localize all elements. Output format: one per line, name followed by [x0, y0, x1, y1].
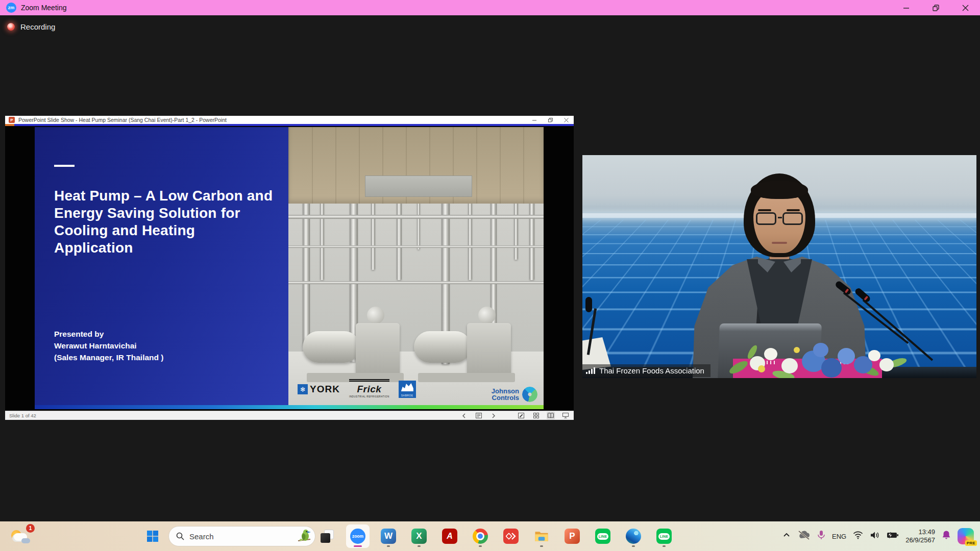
- copilot-preview-button[interactable]: PRE: [958, 528, 974, 544]
- display-settings-icon[interactable]: [561, 412, 570, 419]
- word-icon: W: [381, 529, 396, 544]
- slide-photo-machine-room: ❄ YORK Frick INDUSTRIAL REFRIGERATION SA…: [288, 127, 544, 405]
- file-explorer-icon: [534, 529, 549, 544]
- slide-presenter-name: Werawut Harntavichai: [54, 340, 163, 352]
- recording-indicator[interactable]: Recording: [7, 22, 55, 31]
- line-icon: LINE: [656, 529, 672, 544]
- restore-icon[interactable]: [921, 0, 950, 15]
- notification-count-badge: 1: [26, 524, 35, 533]
- taskbar-app-red-share[interactable]: [499, 524, 523, 548]
- recording-label: Recording: [20, 22, 55, 31]
- search-daily-bird-image: [297, 529, 312, 544]
- chrome-icon: [473, 529, 488, 544]
- participant-name-label: Thai Frozen Foods Association: [582, 364, 710, 377]
- reading-view-icon[interactable]: [547, 412, 555, 419]
- slide-blue-panel: Heat Pump – A Low Carbon and Energy Savi…: [35, 127, 288, 405]
- audio-signal-bars-icon: [586, 367, 595, 374]
- glasses-right-lens: [782, 212, 803, 225]
- taskbar-app-edge[interactable]: [622, 524, 645, 548]
- york-snowflake-icon: ❄: [298, 384, 308, 394]
- search-icon: [176, 532, 184, 540]
- taskbar-app-file-explorer[interactable]: [530, 524, 553, 548]
- search-input[interactable]: [189, 532, 276, 541]
- ppt-minimize-icon[interactable]: [532, 115, 537, 124]
- copilot-pre-badge: PRE: [965, 540, 977, 546]
- powerpoint-window: P PowerPoint Slide Show - Heat Pump Semi…: [5, 116, 574, 420]
- next-slide-icon[interactable]: [489, 412, 498, 419]
- slide-presented-by: Presented by: [54, 328, 163, 340]
- microphone-in-use-icon[interactable]: [817, 530, 825, 542]
- powerpoint-app-icon: P: [9, 117, 15, 123]
- taskbar-app-chrome[interactable]: [469, 524, 492, 548]
- powerpoint-icon: P: [565, 529, 580, 544]
- close-icon[interactable]: [950, 0, 980, 15]
- acrobat-icon: A: [442, 529, 457, 544]
- participant-video-feed[interactable]: Thai Frozen Foods Association: [582, 155, 976, 378]
- glasses-left-lens: [756, 212, 776, 225]
- taskbar-app-powerpoint[interactable]: P: [560, 524, 584, 548]
- taskbar-app-zoom[interactable]: zoom: [346, 524, 370, 548]
- edge-icon: [626, 529, 641, 544]
- recording-dot-icon: [7, 23, 15, 31]
- microphone-left-head-icon: [585, 297, 592, 312]
- task-view-icon: [321, 530, 334, 543]
- system-tray: ENG 13:49: [782, 521, 974, 551]
- ppt-statusbar: Slide 1 of 42: [5, 411, 574, 420]
- tray-overflow-chevron-icon[interactable]: [782, 531, 791, 541]
- see-all-slides-icon[interactable]: [532, 412, 540, 419]
- powerpoint-titlebar: P PowerPoint Slide Show - Heat Pump Semi…: [5, 116, 574, 124]
- zoom-titlebar: zm Zoom Meeting: [0, 0, 980, 15]
- slideshow-menu-icon[interactable]: [475, 412, 483, 419]
- ppt-close-icon[interactable]: [564, 115, 569, 124]
- excel-icon: X: [411, 529, 427, 544]
- tray-date: 26/9/2567: [905, 536, 935, 544]
- wifi-icon[interactable]: [853, 531, 863, 541]
- red-arrows-app-icon: [503, 529, 519, 544]
- minimize-icon[interactable]: [891, 0, 921, 15]
- taskbar-search-box[interactable]: [168, 526, 315, 546]
- language-indicator[interactable]: ENG: [832, 533, 846, 540]
- ppt-restore-icon[interactable]: [548, 115, 553, 124]
- previous-slide-icon[interactable]: [460, 412, 468, 419]
- york-logo: ❄ YORK: [298, 384, 340, 395]
- notification-bell-icon[interactable]: [942, 530, 951, 542]
- zoom-meeting-window: zm Zoom Meeting Recording P PowerPoint S…: [0, 0, 980, 551]
- task-view-button[interactable]: [315, 524, 339, 548]
- taskbar-app-excel[interactable]: X: [407, 524, 431, 548]
- johnson-controls-logo: Johnson Controls: [492, 387, 537, 402]
- slide-accent-dash: [54, 165, 75, 167]
- windows-taskbar: 1: [0, 521, 980, 551]
- volume-icon[interactable]: [870, 531, 880, 541]
- slide: Heat Pump – A Low Carbon and Energy Savi…: [35, 127, 544, 409]
- sabroe-logo: SABROE: [399, 381, 416, 398]
- zoom-icon: zoom: [350, 529, 365, 544]
- zoom-app-icon: zm: [6, 3, 16, 13]
- onedrive-paused-icon[interactable]: [797, 530, 811, 542]
- taskbar-app-word[interactable]: W: [377, 524, 400, 548]
- clock[interactable]: 13:49 26/9/2567: [905, 528, 935, 544]
- annotation-pen-icon[interactable]: [517, 412, 525, 419]
- battery-charging-icon[interactable]: [887, 532, 899, 541]
- slide-title: Heat Pump – A Low Carbon and Energy Savi…: [54, 187, 275, 257]
- slide-presenter-role: (Sales Manager, IR Thailand ): [54, 352, 163, 363]
- sabroe-bear-icon: [401, 383, 413, 393]
- frick-logo: Frick INDUSTRIAL REFRIGERATION: [349, 381, 389, 398]
- weather-widget[interactable]: 1: [10, 526, 34, 547]
- taskbar-app-line[interactable]: LINE: [591, 524, 615, 548]
- powerpoint-window-title: PowerPoint Slide Show - Heat Pump Semina…: [18, 117, 227, 123]
- johnson-controls-swirl-icon: [522, 387, 537, 402]
- line-icon: LINE: [595, 529, 610, 544]
- window-title: Zoom Meeting: [21, 4, 66, 12]
- slide-bottom-gradient-bar: [35, 405, 544, 409]
- taskbar-app-line-2[interactable]: LINE: [652, 524, 676, 548]
- windows-logo-icon: [146, 530, 159, 542]
- tray-time: 13:49: [905, 528, 935, 536]
- slide-counter: Slide 1 of 42: [9, 413, 36, 418]
- slideshow-area[interactable]: Heat Pump – A Low Carbon and Energy Savi…: [5, 126, 574, 411]
- taskbar-app-acrobat[interactable]: A: [438, 524, 461, 548]
- start-button[interactable]: [141, 524, 164, 548]
